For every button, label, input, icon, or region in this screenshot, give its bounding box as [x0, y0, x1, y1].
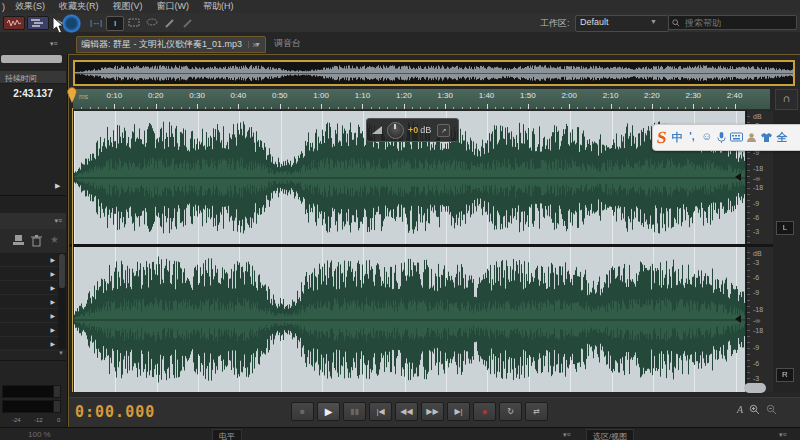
expand-arrow-icon[interactable]: ▶: [50, 326, 55, 333]
voice-input-icon[interactable]: [714, 130, 729, 145]
ruler-tick-label: 0:10: [107, 91, 123, 100]
expand-arrow-icon[interactable]: ▶: [50, 340, 55, 347]
panel-menu-icon[interactable]: ▾≡: [563, 431, 571, 439]
tab-levels[interactable]: 电平: [212, 429, 242, 440]
gain-knob[interactable]: [387, 122, 404, 139]
timeline-ruler[interactable]: ms 0:100:200:300:400:501:001:101:201:301…: [73, 89, 770, 110]
playhead-pin-icon[interactable]: [66, 87, 78, 105]
ruler-minor-tick: [81, 107, 82, 109]
overview-range-bar[interactable]: [73, 60, 795, 86]
volume-hud[interactable]: +0 dB ↗: [366, 118, 459, 142]
trash-icon[interactable]: [30, 234, 43, 247]
fast-forward-button[interactable]: ▶▶: [421, 402, 444, 421]
zoom-percent-label: 100 %: [28, 430, 51, 439]
list-item[interactable]: ▶: [0, 337, 58, 351]
menu-item[interactable]: 效果(S): [8, 1, 52, 11]
sidebar-scroll-handle[interactable]: [1, 55, 62, 63]
list-item[interactable]: ▶: [0, 267, 58, 281]
menu-item[interactable]: 窗口(W): [150, 1, 197, 11]
scrollbar-thumb[interactable]: [59, 254, 65, 288]
expand-arrow-icon[interactable]: ▶: [50, 312, 55, 319]
ruler-tick-label: 0:50: [272, 91, 288, 100]
ruler-tick: [321, 104, 322, 109]
levels-meter-panel: -24-120: [0, 360, 66, 428]
play-button[interactable]: ▶: [317, 402, 340, 421]
skip-to-start-button[interactable]: |◀: [369, 402, 392, 421]
search-help-box[interactable]: [668, 15, 797, 30]
slip-tool-icon[interactable]: |↔|: [88, 16, 104, 29]
list-item[interactable]: ▶: [0, 295, 58, 309]
favorite-star-icon[interactable]: ★: [50, 234, 59, 245]
multitrack-view-button[interactable]: [27, 16, 49, 30]
wardrobe-icon[interactable]: [759, 130, 774, 145]
punctuation-icon[interactable]: ',: [684, 130, 699, 145]
expand-arrow-icon[interactable]: ▶: [50, 284, 55, 291]
right-channel-handle[interactable]: R: [776, 368, 794, 382]
zoom-out-icon[interactable]: [766, 404, 777, 415]
list-item[interactable]: ▶: [0, 253, 58, 267]
chinese-mode-icon[interactable]: 中: [669, 130, 684, 145]
paintbrush-tool-icon[interactable]: [162, 16, 178, 29]
menu-bar: ) 效果(S)收藏夹(R)视图(V)窗口(W)帮助(H): [0, 0, 800, 13]
scroll-handle[interactable]: [744, 383, 766, 393]
rewind-button[interactable]: ◀◀: [395, 402, 418, 421]
menu-item[interactable]: 收藏夹(R): [52, 1, 106, 11]
scroll-down-icon[interactable]: ▼: [58, 350, 64, 356]
waveform-channel-right[interactable]: [74, 247, 745, 392]
hud-pin-icon[interactable]: ↗: [437, 124, 450, 137]
meter-scale-label: -24: [12, 417, 21, 423]
left-sidebar: 持续时间 2:43.137 ▶ ▾≡ ★ ▶▶▶▶▶▶▶ ▼ -24-120: [0, 54, 69, 427]
tab-editor[interactable]: 编辑器: 群星 - 文明礼仪歌伴奏1_01.mp3 ▼: [76, 36, 266, 53]
ime-icons: 中',☺全: [669, 130, 789, 145]
bottom-status-bar: 100 % 电平 ▾≡ 选区/视图 ▾≡: [0, 427, 800, 440]
menu-item[interactable]: 视图(V): [106, 1, 150, 11]
ruler-tick: [280, 104, 281, 109]
db-label: -18: [753, 305, 763, 312]
chevron-down-icon[interactable]: ▼: [650, 18, 657, 25]
full-half-width-icon[interactable]: 全: [774, 130, 789, 145]
menu-item[interactable]: 帮助(H): [196, 1, 241, 11]
zoom-amplitude-label[interactable]: A: [737, 404, 743, 415]
expand-arrow-icon[interactable]: ▶: [50, 270, 55, 277]
ruler-minor-tick: [520, 107, 521, 109]
list-item[interactable]: ▶: [0, 309, 58, 323]
skip-selection-button[interactable]: ⇄: [525, 402, 548, 421]
time-selection-tool-icon[interactable]: I: [106, 16, 124, 31]
search-input[interactable]: [683, 17, 792, 29]
lasso-selection-tool-icon[interactable]: [144, 16, 160, 29]
expand-arrow-icon[interactable]: ▶: [50, 256, 55, 263]
loop-playback-button[interactable]: ↻: [499, 402, 522, 421]
db-label: -∞: [753, 174, 760, 181]
marquee-selection-tool-icon[interactable]: [126, 16, 142, 29]
ruler-minor-tick: [164, 107, 165, 109]
expand-arrow-icon[interactable]: ▶: [50, 298, 55, 305]
skip-to-end-button[interactable]: ▶|: [447, 402, 470, 421]
panel-menu-icon[interactable]: ▾≡: [50, 40, 58, 48]
list-item[interactable]: ▶: [0, 281, 58, 295]
playhead-line[interactable]: [72, 108, 73, 392]
panel-menu-icon[interactable]: ▾≡: [779, 431, 787, 439]
soft-keyboard-icon[interactable]: [729, 130, 744, 145]
close-icon[interactable]: ×: [252, 40, 257, 50]
headphone-monitor-icon[interactable]: ∩: [775, 89, 798, 110]
overview-waveform: [75, 62, 793, 84]
preset-icon[interactable]: [12, 234, 25, 247]
zoom-in-icon[interactable]: [749, 404, 760, 415]
ruler-minor-tick: [453, 107, 454, 109]
emoji-icon[interactable]: ☺: [699, 130, 714, 145]
spot-healing-brush-tool-icon[interactable]: [180, 16, 196, 29]
list-item[interactable]: ▶: [0, 323, 58, 337]
playhead-time-display[interactable]: 0:00.000: [75, 403, 155, 421]
tab-selection-view[interactable]: 选区/视图: [586, 429, 634, 440]
stop-button[interactable]: ■: [291, 402, 314, 421]
sogou-logo-icon[interactable]: S: [656, 128, 668, 148]
panel-menu-icon[interactable]: ▾≡: [54, 217, 62, 225]
pause-button[interactable]: ▮▮: [343, 402, 366, 421]
waveform-view-button[interactable]: [3, 16, 25, 30]
record-button[interactable]: ●: [473, 402, 496, 421]
tab-mixer[interactable]: 调音台: [264, 36, 311, 51]
expand-arrow-icon[interactable]: ▶: [55, 182, 60, 190]
gain-value[interactable]: +0: [408, 125, 418, 135]
left-channel-handle[interactable]: L: [776, 221, 794, 235]
skin-icon[interactable]: [744, 130, 759, 145]
